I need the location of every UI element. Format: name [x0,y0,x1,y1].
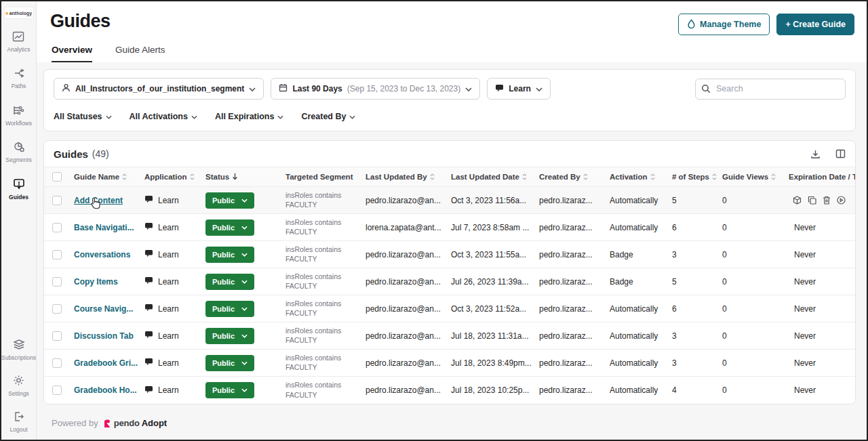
app-learn-icon [144,303,153,314]
copy-icon[interactable] [808,196,816,205]
sidebar: ●anthology Analytics Paths Workflows Seg… [1,1,37,440]
sidebar-item-segments[interactable]: Segments [5,142,31,163]
row-checkbox[interactable] [52,277,62,287]
create-guide-button[interactable]: + Create Guide [776,14,854,35]
adopt-wordmark: Adopt [142,418,167,428]
last-updated-by-cell: pedro.lizarazo@an... [361,250,447,259]
app-learn-icon [144,385,153,396]
created-by-cell: pedro.lizaraz... [535,331,606,341]
col-header-created-by[interactable]: Created By [535,173,606,181]
status-dropdown[interactable]: Public [205,328,254,344]
created-by-filter-dropdown[interactable]: Created By [301,112,355,121]
guide-views-cell: 0 [718,223,785,232]
package-icon[interactable] [793,196,802,205]
logout-icon [13,411,24,425]
col-header-last-updated-by[interactable]: Last Updated By [361,173,447,181]
date-range-detail: (Sep 15, 2023 to Dec 13, 2023) [347,84,460,93]
col-header-activation[interactable]: Activation [606,173,668,181]
paths-icon [13,68,25,81]
chevron-down-icon [249,84,256,93]
col-header-last-updated-date[interactable]: Last Updated Date [447,173,535,181]
manage-columns-icon[interactable] [835,149,846,159]
targeted-segment-cell: insRoles containsFACULTY [281,299,361,318]
date-range-dropdown[interactable]: Last 90 Days (Sep 15, 2023 to Dec 13, 20… [271,78,480,100]
activations-filter-dropdown[interactable]: All Activations [130,112,197,121]
row-checkbox[interactable] [52,223,62,232]
last-updated-by-cell: pedro.lizarazo@an... [361,358,447,368]
sort-icon [522,173,527,180]
activation-cell: Badge [606,277,668,287]
col-header-guide-name[interactable]: Guide Name [70,173,140,181]
guide-name-link[interactable]: Conversations [74,250,130,259]
row-checkbox[interactable] [52,250,62,259]
col-header-targeted-segment[interactable]: Targeted Segment [281,173,361,181]
created-by-cell: pedro.lizaraz... [535,304,606,314]
sidebar-item-logout[interactable]: Logout [10,411,28,433]
sort-icon [190,173,195,180]
col-header-guide-views[interactable]: Guide Views [718,173,785,181]
activation-cell: Automatically [606,196,668,205]
targeted-segment-cell: insRoles containsFACULTY [281,381,361,399]
segment-filter-dropdown[interactable]: All_Instructors_of_our_institution_segme… [54,78,264,100]
sidebar-item-paths[interactable]: Paths [12,68,26,89]
last-updated-by-cell: pedro.lizarazo@an... [361,304,447,314]
search-input[interactable] [695,79,846,100]
guide-name-link[interactable]: Copy Items [74,277,118,287]
tab-overview[interactable]: Overview [52,45,92,62]
expiration-cell: Never [785,385,855,395]
sidebar-item-guides[interactable]: Guides [9,178,28,201]
last-updated-by-cell: pedro.lizarazo@an... [361,196,447,205]
status-dropdown[interactable]: Public [205,301,254,317]
app-learn-icon [495,84,504,94]
guide-name-link[interactable]: Discussion Tab [74,331,134,341]
row-checkbox[interactable] [52,358,62,368]
expirations-filter-dropdown[interactable]: All Expirations [215,112,284,121]
download-icon[interactable] [810,149,821,159]
play-circle-icon[interactable] [837,196,846,205]
col-header-application[interactable]: Application [140,173,201,181]
table-row: Add Content Learn Public insRoles contai… [44,187,855,214]
tab-guide-alerts[interactable]: Guide Alerts [115,45,165,62]
row-checkbox[interactable] [52,196,62,205]
expiration-cell: Never [785,250,855,259]
col-header-status[interactable]: Status [201,173,281,182]
guide-views-cell: 0 [718,331,785,341]
guide-name-link[interactable]: Gradebook Gri... [74,358,138,368]
row-checkbox[interactable] [52,331,62,341]
row-checkbox[interactable] [52,304,62,314]
sort-icon [583,173,588,180]
row-actions [785,196,855,205]
col-header-steps[interactable]: # of Steps [668,173,718,181]
app-learn-icon [144,358,153,368]
pendo-logo-icon [103,419,112,428]
trash-icon[interactable] [823,196,831,205]
guide-name-link[interactable]: Base Navigati... [74,223,134,232]
last-updated-date-cell: Jul 18, 2023 11:31a... [447,331,535,341]
sidebar-item-subscriptions[interactable]: Subscriptions [1,339,36,361]
status-dropdown[interactable]: Public [205,247,254,263]
guide-name-link[interactable]: Gradebook Ho... [74,385,137,395]
sidebar-item-settings[interactable]: Settings [8,375,29,397]
sidebar-item-workflows[interactable]: Workflows [5,105,32,127]
guide-name-link[interactable]: Course Navig... [74,304,133,314]
sidebar-item-analytics[interactable]: Analytics [7,31,30,53]
col-header-expiration[interactable]: Expiration Date / T [785,173,855,181]
tab-bar: Overview Guide Alerts [50,45,854,62]
created-by-cell: pedro.lizaraz... [535,358,606,368]
app-filter-dropdown[interactable]: Learn [487,78,551,100]
droplet-icon [687,19,696,30]
statuses-filter-dropdown[interactable]: All Statuses [54,112,112,121]
status-dropdown[interactable]: Public [205,219,254,236]
status-dropdown[interactable]: Public [205,355,254,371]
sort-icon [430,173,435,180]
manage-theme-button[interactable]: Manage Theme [678,14,770,35]
row-checkbox[interactable] [52,385,62,395]
status-dropdown[interactable]: Public [205,382,254,398]
guide-name-link[interactable]: Add Content [74,196,123,205]
status-dropdown[interactable]: Public [205,274,254,290]
guide-views-cell: 0 [718,196,785,205]
status-dropdown[interactable]: Public [205,192,254,209]
steps-cell: 6 [668,304,718,314]
select-all-checkbox[interactable] [52,172,62,182]
created-by-cell: pedro.lizaraz... [535,196,606,205]
